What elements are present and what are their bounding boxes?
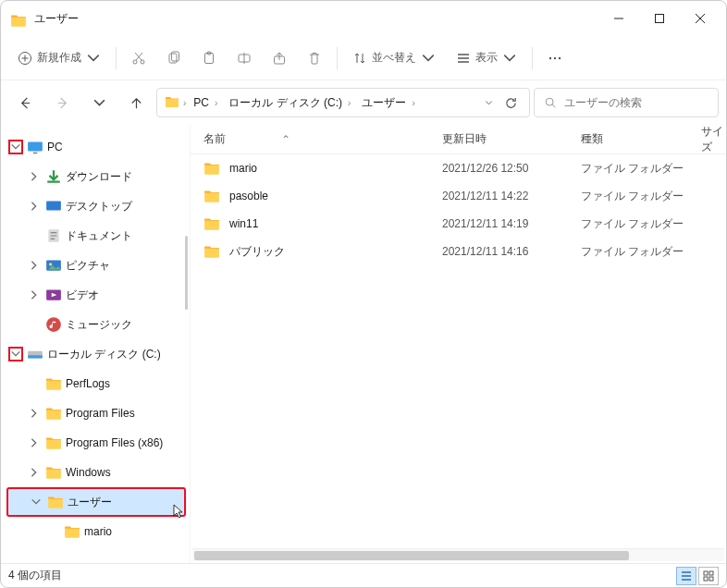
scrollbar-thumb[interactable] [194,551,629,560]
expand-toggle[interactable] [8,140,23,154]
expand-toggle[interactable] [27,406,42,421]
breadcrumb-cdrive[interactable]: ローカル ディスク (C:)› [225,89,354,116]
expand-toggle[interactable] [8,347,23,361]
view-button[interactable]: 表示 [447,42,526,75]
minimize-button[interactable] [598,5,639,32]
new-button[interactable]: 新規作成 [8,42,110,75]
details-view-button[interactable] [676,567,696,585]
expand-toggle[interactable] [27,288,42,302]
tree-item-users[interactable]: ユーザー [6,487,186,517]
expand-toggle[interactable] [27,169,42,184]
col-size[interactable]: サイズ [701,124,726,155]
search-box[interactable] [534,88,719,117]
expand-spacer [27,317,42,332]
folder-icon [203,243,220,260]
expand-toggle[interactable] [27,199,42,214]
tree-item-music[interactable]: ミュージック [6,310,190,339]
svg-point-19 [49,263,52,265]
tree-label: mario [84,525,112,538]
command-toolbar: 新規作成 並べ替え 表示 [1,36,726,80]
svg-rect-16 [46,201,61,210]
grid-icon [703,570,714,582]
tree-item-desktop[interactable]: デスクトップ [6,191,190,221]
refresh-icon[interactable] [504,96,518,110]
tree-item-pc[interactable]: PC [6,132,190,162]
document-icon [45,227,62,244]
svg-point-3 [141,60,144,64]
tree-item-progfiles86[interactable]: Program Files (x86) [6,428,190,458]
tree-item-mario[interactable]: mario [6,517,190,546]
col-date[interactable]: 更新日時 [442,131,581,147]
expand-toggle[interactable] [27,435,42,450]
delete-button[interactable] [298,42,331,75]
file-name: mario [229,162,257,175]
arrow-up-icon [129,96,143,110]
expand-spacer [45,524,60,539]
recent-dropdown[interactable] [82,86,116,119]
up-button[interactable] [119,86,153,119]
tree-item-videos[interactable]: ビデオ [6,280,190,310]
plus-circle-icon [18,51,32,66]
tree-item-documents[interactable]: ドキュメント [6,221,190,251]
videos-icon [45,287,62,303]
cut-button[interactable] [122,42,155,75]
tree-item-windows[interactable]: Windows [6,458,190,487]
thumbnails-view-button[interactable] [698,567,719,585]
scrollbar-thumb[interactable] [185,236,188,310]
col-name[interactable]: 名前 [203,131,226,147]
sort-button[interactable]: 並べ替え [343,42,445,75]
back-button[interactable] [8,86,42,119]
tree-label: PerfLogs [66,377,110,390]
paste-button[interactable] [192,42,226,75]
file-row[interactable]: mario2021/12/26 12:50ファイル フォルダー [191,154,726,182]
copy-button[interactable] [157,42,191,75]
folder-icon [165,94,179,112]
tree-item-perflogs[interactable]: PerfLogs [6,369,190,398]
col-type[interactable]: 種類 [581,131,701,147]
desktop-icon [45,198,62,214]
status-bar: 4 個の項目 [1,563,726,587]
tree-label: Windows [66,466,111,479]
column-headers[interactable]: 名前⌃ 更新日時 種類 サイズ [191,125,726,154]
forward-button[interactable] [45,86,79,119]
expand-toggle[interactable] [27,465,42,480]
tree-label: ミュージック [66,317,132,333]
svg-rect-15 [33,153,38,154]
file-type: ファイル フォルダー [581,161,701,177]
nav-bar: › PC› ローカル ディスク (C:)› ユーザー› [1,80,726,125]
expand-toggle[interactable] [27,258,42,273]
file-date: 2021/12/11 14:22 [442,190,581,202]
breadcrumb-users[interactable]: ユーザー› [358,89,418,116]
expand-spacer [27,376,42,391]
address-bar[interactable]: › PC› ローカル ディスク (C:)› ユーザー› [156,88,530,117]
nav-tree[interactable]: PC ダウンロード デスクトップ ドキュメント ピクチャ ビデオ [1,125,191,563]
file-list: 名前⌃ 更新日時 種類 サイズ mario2021/12/26 12:50ファイ… [191,125,726,563]
tree-item-progfiles[interactable]: Program Files [6,398,190,428]
arrow-left-icon [18,96,32,110]
ellipsis-icon [548,51,562,66]
tree-item-pictures[interactable]: ピクチャ [6,251,190,280]
file-type: ファイル フォルダー [581,244,701,260]
close-button[interactable] [680,5,721,32]
maximize-button[interactable] [639,5,680,32]
share-button[interactable] [263,42,296,75]
tree-item-downloads[interactable]: ダウンロード [6,162,190,191]
horizontal-scrollbar[interactable] [192,548,724,561]
crumb-label: ユーザー [362,95,406,111]
tree-label: Program Files [66,407,135,420]
rename-button[interactable] [228,42,261,75]
more-button[interactable] [538,42,572,75]
tree-label: PC [47,141,63,153]
file-date: 2021/12/11 14:16 [442,245,581,258]
file-row[interactable]: pasoble2021/12/11 14:22ファイル フォルダー [191,182,726,210]
file-row[interactable]: パブリック2021/12/11 14:16ファイル フォルダー [191,238,726,265]
details-icon [681,570,692,582]
folder-icon [203,215,220,232]
tree-item-cdrive[interactable]: ローカル ディスク (C:) [6,339,190,369]
search-input[interactable] [564,96,709,109]
expand-toggle[interactable] [29,495,43,509]
chevron-down-icon[interactable] [485,99,493,107]
file-row[interactable]: win112021/12/11 14:19ファイル フォルダー [191,210,726,238]
arrow-right-icon [55,96,69,110]
breadcrumb-pc[interactable]: PC› [190,89,221,116]
